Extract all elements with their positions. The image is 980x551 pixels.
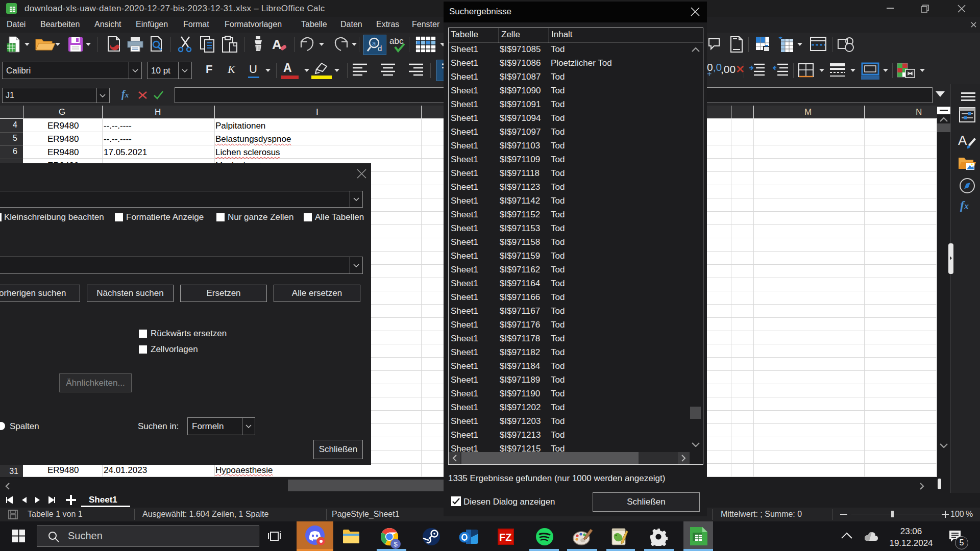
svg-text:$: $ [394,540,398,548]
svg-text:A: A [272,37,282,52]
svg-text:FZ: FZ [499,532,511,543]
svg-text:A: A [958,133,967,148]
svg-text:a: a [372,39,376,47]
svg-text:abc: abc [389,36,404,46]
svg-text:d: d [378,44,382,53]
